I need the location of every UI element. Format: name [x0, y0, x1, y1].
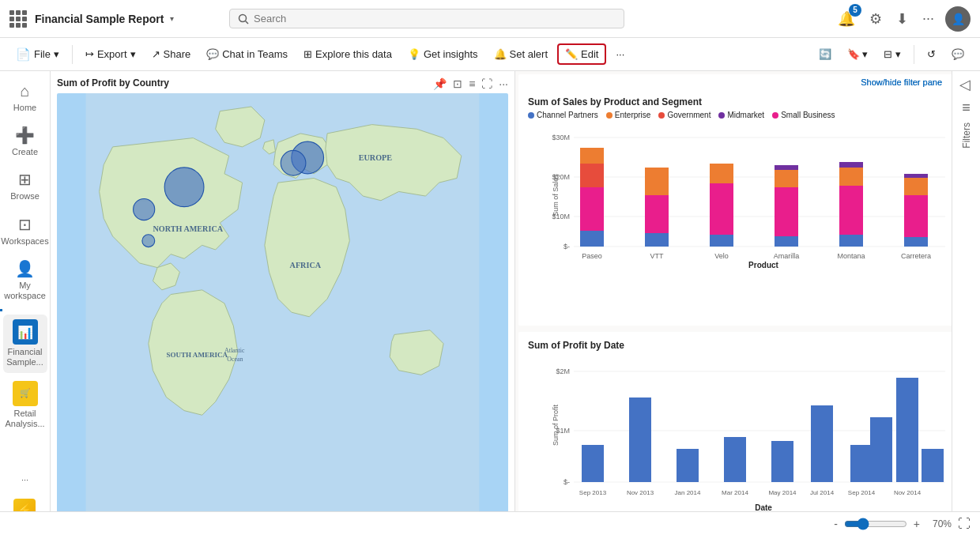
- filter-toggle-label[interactable]: Show/hide filter pane: [861, 77, 942, 87]
- bar-nov14: [896, 378, 918, 482]
- set-alert-label: Set alert: [510, 48, 548, 60]
- sidebar-item-browse[interactable]: ⊞ Browse: [3, 165, 47, 206]
- bar-paseo-ent: [580, 148, 604, 164]
- zoom-out-button[interactable]: -: [834, 518, 838, 530]
- download-icon-btn[interactable]: ⬇: [893, 7, 911, 31]
- comment-button[interactable]: 💬: [945, 45, 971, 63]
- svg-text:Sum of Sales: Sum of Sales: [552, 174, 560, 217]
- map-container: NORTH AMERICA Atlantic Ocean SOUTH AMERI…: [57, 93, 508, 522]
- browse-icon: ⊞: [18, 170, 32, 189]
- bar-vtt-cp: [645, 233, 669, 247]
- svg-text:Montana: Montana: [837, 252, 865, 260]
- bookmark-button[interactable]: 🔖 ▾: [841, 45, 875, 63]
- more-icon: ···: [21, 475, 28, 484]
- avatar[interactable]: 👤: [945, 6, 971, 32]
- bar-chart-legend: Channel Partners Enterprise Government: [528, 111, 967, 119]
- svg-text:$2M: $2M: [556, 367, 570, 375]
- search-bar[interactable]: [229, 9, 624, 28]
- insights-icon: 💡: [408, 48, 420, 60]
- retail-icon: 🛒: [20, 388, 31, 398]
- filter-panel: ≡ Filters: [952, 71, 980, 535]
- search-icon: [238, 13, 249, 24]
- bar-chart-title: Sum of Sales by Product and Segment: [528, 96, 967, 107]
- pin-icon-btn[interactable]: 📌: [432, 76, 448, 92]
- svg-text:Nov 2014: Nov 2014: [894, 489, 922, 496]
- bar-carretera-mid: [904, 174, 928, 178]
- svg-point-0: [239, 14, 247, 21]
- filter-collapse-button[interactable]: ◁: [959, 76, 971, 93]
- toolbar-divider-2: [914, 45, 914, 64]
- copy-icon-btn[interactable]: ⊡: [451, 76, 464, 92]
- chevron-down-icon[interactable]: ▾: [170, 14, 174, 23]
- sidebar-item-more[interactable]: ···: [3, 470, 47, 489]
- svg-text:$-: $-: [564, 478, 570, 486]
- explore-button[interactable]: ⊞ Explore this data: [297, 45, 398, 63]
- search-input[interactable]: [254, 13, 616, 24]
- active-indicator: [0, 309, 50, 311]
- teams-icon: 💬: [206, 48, 219, 60]
- export-button[interactable]: ↦ Export ▾: [79, 45, 142, 63]
- zoom-slider[interactable]: [844, 518, 907, 530]
- financial-chart-icon: 📊: [17, 325, 33, 340]
- svg-text:EUROPE: EUROPE: [359, 153, 393, 162]
- filter-bars-icon: ≡: [962, 100, 971, 116]
- filter-icon-btn[interactable]: ≡: [467, 76, 477, 92]
- reset-button[interactable]: ↺: [921, 45, 942, 63]
- svg-text:Paseo: Paseo: [582, 252, 602, 260]
- svg-text:Sep 2014: Sep 2014: [848, 489, 876, 496]
- bar-jan14: [677, 449, 699, 482]
- sidebar: ⌂ Home ➕ Create ⊞ Browse ⊡ Workspaces 👤 …: [0, 71, 51, 535]
- chat-teams-button[interactable]: 💬 Chat in Teams: [200, 45, 294, 63]
- explore-label: Explore this data: [315, 48, 392, 60]
- set-alert-button[interactable]: 🔔 Set alert: [488, 45, 554, 63]
- notification-button[interactable]: 🔔 5: [835, 7, 858, 31]
- file-button[interactable]: 📄 File ▾: [9, 44, 66, 65]
- sidebar-item-financial[interactable]: 📊 Financial Sample...: [3, 315, 47, 372]
- sidebar-home-label: Home: [13, 103, 36, 113]
- map-chart-toolbar: 📌 ⊡ ≡ ⛶ ···: [432, 76, 510, 92]
- svg-point-9: [164, 168, 204, 207]
- zoom-in-button[interactable]: +: [914, 518, 920, 530]
- edit-button[interactable]: ✏️ Edit: [557, 43, 606, 65]
- legend-label-cp: Channel Partners: [537, 111, 598, 119]
- line-chart-title: Sum of Profit by Date: [528, 340, 967, 351]
- sidebar-item-myworkspace[interactable]: 👤 My workspace: [3, 254, 47, 306]
- ellipsis-icon-btn[interactable]: ···: [497, 76, 510, 92]
- share-button[interactable]: ↗ Share: [145, 45, 198, 63]
- bar-sep13: [582, 445, 604, 482]
- view-button[interactable]: ⊟ ▾: [877, 45, 907, 63]
- legend-item-cp: Channel Partners: [528, 111, 598, 119]
- app-grid-icon[interactable]: [9, 10, 27, 28]
- legend-dot-gov: [658, 112, 665, 119]
- zoom-level: 70%: [926, 518, 952, 529]
- sidebar-item-home[interactable]: ⌂ Home: [3, 77, 47, 118]
- refresh-button[interactable]: 🔄: [812, 45, 838, 63]
- legend-dot-cp: [528, 112, 534, 119]
- expand-icon-btn[interactable]: ⛶: [480, 76, 494, 92]
- toolbar-divider-1: [72, 45, 73, 64]
- line-chart-section: Sum of Profit by Date $2M $1M $- Sum of …: [518, 332, 977, 532]
- main-layout: ⌂ Home ➕ Create ⊞ Browse ⊡ Workspaces 👤 …: [0, 71, 980, 535]
- bar-paseo-cp: [580, 231, 604, 247]
- notification-badge: 5: [849, 4, 861, 17]
- fit-page-button[interactable]: ⛶: [958, 517, 971, 531]
- export-chevron-icon: ▾: [130, 48, 136, 60]
- sidebar-retail-label: Retail Analysis...: [5, 409, 44, 429]
- legend-item-ent: Enterprise: [606, 111, 651, 119]
- more-icon-btn[interactable]: ···: [919, 7, 937, 30]
- share-label: Share: [164, 48, 191, 60]
- insights-button[interactable]: 💡 Get insights: [401, 45, 484, 63]
- retail-icon-box: 🛒: [13, 381, 38, 406]
- settings-icon-btn[interactable]: ⚙: [866, 7, 885, 31]
- legend-dot-mid: [718, 112, 725, 119]
- sidebar-item-workspaces[interactable]: ⊡ Workspaces: [3, 210, 47, 251]
- sidebar-item-create[interactable]: ➕ Create: [3, 121, 47, 162]
- sidebar-item-retail[interactable]: 🛒 Retail Analysis...: [3, 376, 47, 434]
- toolbar-more-button[interactable]: ···: [609, 45, 631, 63]
- bar-amarilla-ent: [775, 170, 798, 187]
- legend-label-ent: Enterprise: [615, 111, 651, 119]
- bar-dec14: [922, 449, 944, 482]
- bar-carretera-ent: [904, 178, 928, 195]
- svg-text:$30M: $30M: [552, 134, 570, 141]
- svg-point-11: [281, 150, 306, 175]
